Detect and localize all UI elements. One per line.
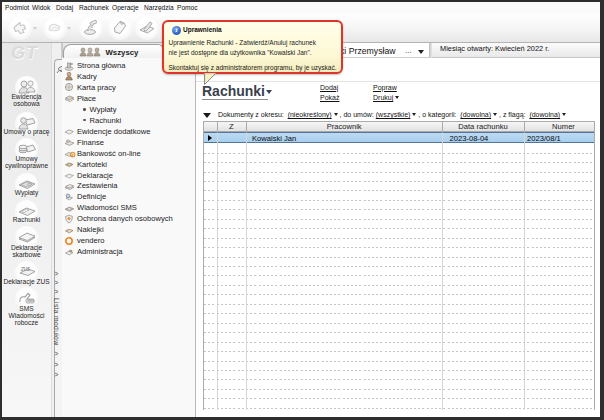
svg-text:SMS: SMS	[27, 299, 34, 303]
svg-text:ZUS: ZUS	[20, 267, 30, 272]
